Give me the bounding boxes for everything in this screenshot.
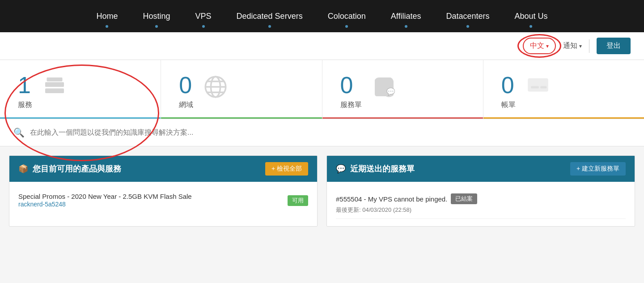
notify-button[interactable]: 通知	[563, 41, 582, 51]
stat-domains-underline	[161, 117, 322, 119]
ticket-meta: 最後更新: 04/03/2020 (22:58)	[336, 206, 626, 214]
logout-button[interactable]: 登出	[597, 38, 631, 54]
nav-colocation[interactable]: Colocation	[315, 0, 378, 32]
svg-rect-11	[531, 86, 539, 88]
tickets-panel-body: #555504 - My VPS cannot be pinged. 已結案 最…	[327, 182, 635, 226]
svg-rect-10	[528, 78, 548, 92]
stat-services[interactable]: 1 服務	[0, 60, 161, 119]
view-all-button[interactable]: + 檢視全部	[265, 162, 308, 176]
tickets-panel-icon: 💬	[336, 164, 346, 174]
services-icon	[41, 73, 68, 100]
stats-row: 1 服務 0 網域	[0, 60, 644, 119]
stat-services-underline	[0, 117, 161, 119]
nav-vps[interactable]: VPS	[183, 0, 224, 32]
tickets-panel-title-wrap: 💬 近期送出的服務單	[336, 163, 415, 174]
stat-tickets[interactable]: 0 服務單 💬	[322, 60, 483, 119]
services-panel-header: 📦 您目前可用的產品與服務 + 檢視全部	[9, 156, 317, 182]
stat-invoices-number: 0	[501, 73, 516, 97]
nav-affiliates[interactable]: Affiliates	[378, 0, 434, 32]
service-link[interactable]: racknerd-5a5248	[18, 201, 66, 208]
ticket-title-text: #555504 - My VPS cannot be pinged.	[336, 195, 447, 203]
toolbar-divider	[589, 39, 589, 53]
stat-tickets-underline	[322, 117, 483, 119]
search-section: 🔍	[0, 119, 644, 146]
stat-tickets-label: 服務單	[340, 100, 362, 110]
main-content: 📦 您目前可用的產品與服務 + 檢視全部 Special Promos - 20…	[0, 146, 644, 227]
service-status-badge: 可用	[288, 195, 308, 206]
nav-hosting[interactable]: Hosting	[131, 0, 183, 32]
stat-invoices-label: 帳單	[501, 100, 516, 110]
services-panel-icon: 📦	[18, 164, 28, 174]
nav-dedicated-servers[interactable]: Dedicated Servers	[224, 0, 315, 32]
invoices-icon	[525, 73, 551, 100]
stats-highlight: 1 服務 0 網域	[0, 60, 644, 119]
nav-datacenters[interactable]: Datacenters	[433, 0, 502, 32]
services-panel-body: Special Promos - 2020 New Year - 2.5GB K…	[9, 182, 317, 219]
stat-domains[interactable]: 0 網域	[161, 60, 322, 119]
create-ticket-button[interactable]: + 建立新服務單	[570, 162, 626, 176]
stat-domains-label: 網域	[179, 100, 193, 110]
search-input[interactable]	[30, 129, 631, 137]
tickets-icon: 💬	[371, 73, 398, 100]
stat-services-number: 1	[18, 73, 32, 97]
lang-circle-wrapper: 中文	[523, 38, 556, 54]
search-icon: 🔍	[13, 127, 25, 138]
toolbar: 中文 通知 登出	[0, 32, 644, 60]
service-name: Special Promos - 2020 New Year - 2.5GB K…	[18, 193, 192, 200]
services-panel-title-wrap: 📦 您目前可用的產品與服務	[18, 163, 121, 174]
svg-text:💬: 💬	[386, 87, 395, 96]
svg-rect-0	[45, 82, 64, 87]
ticket-status-badge: 已結案	[451, 193, 477, 204]
stat-tickets-number: 0	[340, 73, 362, 97]
stat-domains-number: 0	[179, 73, 193, 97]
service-item: Special Promos - 2020 New Year - 2.5GB K…	[18, 189, 308, 212]
nav-about-us[interactable]: About Us	[502, 0, 560, 32]
services-panel-title: 您目前可用的產品與服務	[33, 163, 121, 174]
nav-home[interactable]: Home	[84, 0, 130, 32]
domains-icon	[202, 73, 229, 100]
tickets-panel-header: 💬 近期送出的服務單 + 建立新服務單	[327, 156, 635, 182]
svg-rect-1	[45, 89, 64, 94]
stat-invoices-underline	[483, 117, 644, 119]
tickets-panel: 💬 近期送出的服務單 + 建立新服務單 #555504 - My VPS can…	[326, 155, 635, 227]
stat-invoices[interactable]: 0 帳單	[483, 60, 644, 119]
ticket-item: #555504 - My VPS cannot be pinged. 已結案 最…	[336, 189, 626, 219]
svg-rect-2	[47, 77, 63, 81]
services-panel: 📦 您目前可用的產品與服務 + 檢視全部 Special Promos - 20…	[9, 155, 318, 227]
main-nav: Home Hosting VPS Dedicated Servers Coloc…	[0, 0, 644, 32]
stat-services-label: 服務	[18, 100, 32, 110]
ticket-title-row: #555504 - My VPS cannot be pinged. 已結案	[336, 193, 626, 204]
svg-rect-12	[540, 86, 547, 88]
lang-button[interactable]: 中文	[523, 38, 556, 54]
tickets-panel-title: 近期送出的服務單	[350, 163, 415, 174]
